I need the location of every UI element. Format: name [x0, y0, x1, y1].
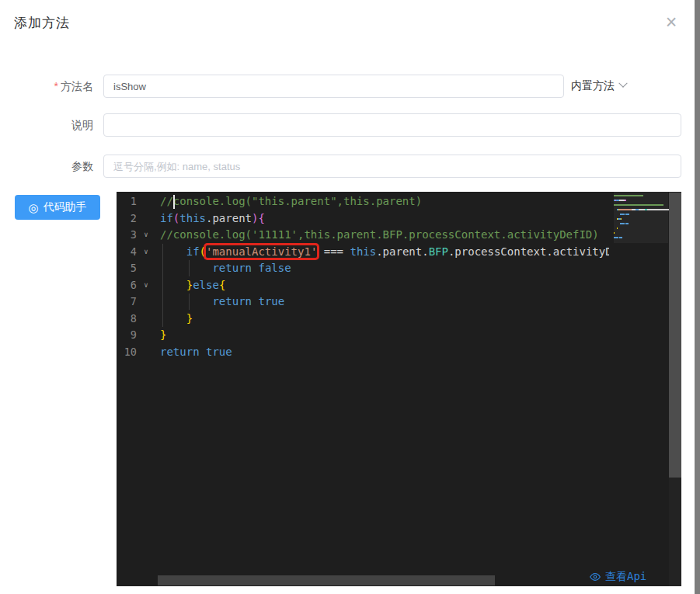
minimap[interactable] [614, 195, 668, 241]
minimap-line [614, 214, 668, 215]
highlight-annotation-box: 'manualActivity1' [206, 245, 317, 258]
fold-spacer [138, 327, 154, 344]
minimap-line [614, 228, 668, 229]
line-number: 5 [117, 260, 137, 277]
code-line: return true [160, 294, 609, 311]
method-name-input[interactable] [103, 75, 564, 98]
minimap-line [614, 195, 668, 196]
code-line: } [160, 327, 609, 344]
chevron-down-icon [618, 78, 627, 87]
eye-icon [589, 571, 601, 583]
line-number: 7 [117, 294, 137, 311]
code-line: return true [160, 344, 609, 361]
required-asterisk: * [54, 80, 58, 92]
page-title: 添加方法 [14, 14, 70, 32]
fold-spacer [138, 210, 154, 228]
horizontal-scrollbar-thumb[interactable] [158, 575, 495, 585]
code-line: if('manualActivity1' === this.parent.BFP… [160, 244, 609, 261]
code-assistant-label: 代码助手 [44, 200, 87, 214]
params-input[interactable] [103, 155, 681, 178]
params-label: 参数 [0, 160, 93, 174]
code-line: //console.log("this.parent",this.parent) [160, 193, 609, 210]
line-number: 8 [117, 311, 137, 328]
code-line: //console.log('11111',this.parent.BFP.pr… [160, 227, 609, 244]
builtin-methods-dropdown[interactable]: 内置方法 [571, 79, 626, 93]
line-number: 4 [117, 244, 137, 261]
bullseye-icon: ◎ [28, 202, 38, 214]
line-number: 9 [117, 327, 137, 344]
minimap-line [614, 232, 668, 234]
minimap-line [614, 204, 668, 206]
code-editor[interactable]: 12345678910 ∨∨∨ //console.log("this.pare… [117, 192, 681, 586]
line-number: 1 [117, 193, 137, 210]
fold-spacer [138, 260, 154, 277]
code-line: } [160, 311, 609, 328]
fold-spacer [138, 294, 154, 311]
vertical-scrollbar-thumb[interactable] [669, 193, 681, 478]
code-area[interactable]: //console.log("this.parent",this.parent)… [160, 193, 609, 360]
builtin-methods-label: 内置方法 [571, 79, 615, 93]
line-number: 3 [117, 227, 137, 244]
line-number: 10 [117, 344, 137, 361]
code-assistant-button[interactable]: ◎ 代码助手 [15, 195, 100, 220]
fold-spacer [138, 311, 154, 328]
description-input[interactable] [103, 113, 681, 137]
minimap-line [614, 223, 668, 224]
minimap-line [614, 209, 668, 210]
fold-spacer [138, 193, 154, 210]
code-line: }else{ [160, 277, 609, 294]
fold-spacer [138, 344, 154, 361]
method-name-label: *方法名 [0, 80, 93, 94]
fold-chevron-icon[interactable]: ∨ [138, 277, 154, 294]
page-edge-scrollbar[interactable] [695, 0, 700, 594]
line-number-gutter: 12345678910 [117, 193, 137, 360]
fold-gutter: ∨∨∨ [138, 193, 154, 360]
description-label: 说明 [0, 119, 93, 133]
code-line: if(this.parent){ [160, 210, 609, 228]
view-api-label: 查看Api [605, 570, 646, 584]
line-number: 2 [117, 210, 137, 228]
minimap-line [614, 237, 668, 238]
close-icon[interactable]: × [660, 11, 682, 33]
text-caret [173, 195, 175, 209]
code-line: return false [160, 260, 609, 277]
view-api-link[interactable]: 查看Api [589, 570, 646, 584]
minimap-line [614, 218, 668, 220]
fold-chevron-icon[interactable]: ∨ [138, 227, 154, 244]
fold-chevron-icon[interactable]: ∨ [138, 244, 154, 261]
line-number: 6 [117, 277, 137, 294]
minimap-line [614, 200, 668, 201]
